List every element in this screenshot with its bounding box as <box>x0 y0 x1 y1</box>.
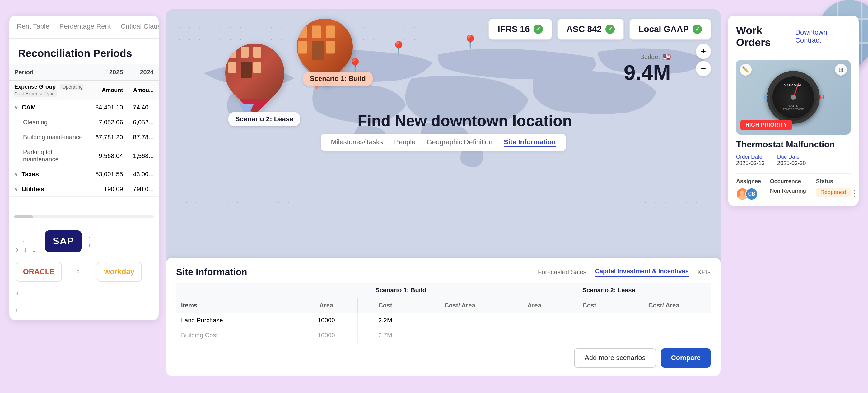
zoom-in-button[interactable]: + <box>695 43 711 59</box>
compare-button[interactable]: Compare <box>661 348 711 367</box>
dot-decoration: · ·0 · <box>89 233 101 250</box>
work-order-title: Thermostat Malfunction <box>736 140 850 150</box>
assignee-avatars: CB <box>736 188 767 200</box>
col-area-2: Area <box>507 298 562 313</box>
asc842-label: ASC 842 <box>566 24 602 34</box>
col-period: Period <box>9 64 90 80</box>
scenario1-header: Scenario 1: Build <box>295 283 507 298</box>
row-parking-label: Parking lot maintenance <box>9 145 90 167</box>
tab-milestones[interactable]: Milestones/Tasks <box>331 138 383 147</box>
budget-display: Budget 🇺🇸 9.4M <box>624 53 671 84</box>
occurrence-col: Occurrence Non Recurring <box>770 178 813 194</box>
zoom-out-button[interactable]: − <box>695 61 711 76</box>
tab-people[interactable]: People <box>394 138 416 147</box>
table-row: ∨ Utilities 190.09 790.0... <box>9 182 159 197</box>
ifrs16-label: IFRS 16 <box>498 24 530 34</box>
sub-header-amou: Amou... <box>128 80 159 100</box>
more-options-button[interactable]: ⋮ <box>850 188 859 198</box>
row-cleaning-2025: 7,052.06 <box>90 115 128 130</box>
land-purchase-cost-area2 <box>617 313 711 328</box>
scenario1-label[interactable]: Scenario 1: Build <box>303 71 373 86</box>
table-row <box>9 197 159 216</box>
budget-label: Budget <box>640 54 660 61</box>
site-info-title: Site Information <box>176 267 247 277</box>
order-date: Order Date 2025-03-13 <box>736 154 765 167</box>
scenario2-pin[interactable] <box>225 43 290 118</box>
building-cost-area2 <box>507 328 562 343</box>
row-cam-2024: 74,40... <box>128 100 159 115</box>
add-scenarios-button[interactable]: Add more scenarios <box>574 348 656 367</box>
site-info-panel: Site Information Forecasted Sales Capita… <box>166 258 720 376</box>
table-row: ∨ CAM 84,401.10 74,40... <box>9 100 159 115</box>
subtab-capital-investment[interactable]: Capital Investment & Incentives <box>595 268 689 277</box>
table-row: ∨ Taxes 53,001.55 43,00... <box>9 167 159 182</box>
work-order-card: ✏️ ⊞ NORMAL <box>728 55 859 206</box>
asc842-badge[interactable]: ASC 842 ✓ <box>557 19 624 40</box>
expand-icon[interactable]: ⊞ <box>835 64 847 75</box>
scenario2-label[interactable]: Scenario 2: Lease <box>228 112 300 126</box>
work-order-row: Assignee CB <box>736 173 850 200</box>
middle-section: · · · · · · · · · · · · · · · · · · · · … <box>166 9 720 376</box>
occurrence-value: Non Recurring <box>770 188 813 194</box>
col-2025: 2025 <box>90 64 128 80</box>
sub-header-group: Expense Group Operating Cost Expense Typ… <box>9 80 90 100</box>
budget-amount: 9.4M <box>624 61 671 84</box>
status-col: Status Reopened <box>816 178 850 197</box>
table-row: Building Cost 10000 2.7M <box>176 328 711 343</box>
subtab-forecasted-sales[interactable]: Forecasted Sales <box>538 269 586 276</box>
row-taxes-label: ∨ Taxes <box>9 167 90 182</box>
table-row: Parking lot maintenance 9,568.04 1,568..… <box>9 145 159 167</box>
row-cam-label: ∨ CAM <box>9 100 90 115</box>
work-orders-header: Work Orders Downtown Contract <box>728 15 859 55</box>
tab-percentage-rent[interactable]: Percentage Rent <box>58 15 112 38</box>
svg-point-1 <box>740 190 744 195</box>
asc842-check: ✓ <box>606 25 615 34</box>
tab-geographic[interactable]: Geographic Definition <box>427 138 493 147</box>
assignee-col: Assignee CB <box>736 178 767 200</box>
right-panel: Work Orders Downtown Contract ✏️ ⊞ <box>728 15 859 206</box>
col-2024: 2024 <box>128 64 159 80</box>
map-pin-4[interactable]: 📍 <box>462 34 479 51</box>
table-scrollbar[interactable] <box>14 216 154 218</box>
row-utilities-2024: 790.0... <box>128 182 159 197</box>
building-cost-cost-area2 <box>617 328 711 343</box>
col-cost-area-2: Cost/ Area <box>617 298 711 313</box>
tab-critical-clauses[interactable]: Critical Clauses <box>120 15 159 38</box>
land-purchase-area: 10000 <box>295 313 358 328</box>
row-utilities-label: ∨ Utilities <box>9 182 90 197</box>
left-panel: Rent Table Percentage Rent Critical Clau… <box>9 15 159 320</box>
site-info-actions: Add more scenarios Compare <box>176 348 711 367</box>
map-controls: + − <box>695 43 711 76</box>
tab-rent-table[interactable]: Rent Table <box>16 15 51 38</box>
row-parking-2024: 1,568... <box>128 145 159 167</box>
map-pin-3[interactable]: 📍 <box>390 40 407 57</box>
row-taxes-2025: 53,001.55 <box>90 167 128 182</box>
edit-icon[interactable]: ✏️ <box>740 64 752 75</box>
col-items: Items <box>176 298 295 313</box>
tab-site-information[interactable]: Site Information <box>504 138 556 147</box>
col-cost-2: Cost <box>562 298 617 313</box>
work-order-dates: Order Date 2025-03-13 Due Date 2025-03-3… <box>736 154 850 167</box>
subtab-kpis[interactable]: KPIs <box>698 269 711 276</box>
row-taxes-2024: 43,00... <box>128 167 159 182</box>
land-purchase-area2 <box>507 313 562 328</box>
status-value: Reopened <box>816 188 850 197</box>
row-cleaning-label: Cleaning <box>9 115 90 130</box>
ifrs16-badge[interactable]: IFRS 16 ✓ <box>489 19 552 40</box>
land-purchase-item: Land Purchase <box>176 313 295 328</box>
local-gaap-badge[interactable]: Local GAAP ✓ <box>629 19 711 40</box>
due-date: Due Date 2025-03-30 <box>777 154 806 167</box>
row-parking-2025: 9,568.04 <box>90 145 128 167</box>
high-priority-badge: HIGH PRIORITY <box>740 120 792 130</box>
svg-point-2 <box>738 195 746 200</box>
ifrs16-check: ✓ <box>533 25 543 34</box>
sub-header-amount: Amount <box>90 80 128 100</box>
downtown-contract-link[interactable]: Downtown Contract <box>795 28 850 44</box>
row-utilities-2025: 190.09 <box>90 182 128 197</box>
site-nav-tabs: Milestones/Tasks People Geographic Defin… <box>321 134 566 151</box>
local-gaap-check: ✓ <box>692 25 702 34</box>
col-area-1: Area <box>295 298 358 313</box>
row-cam-2025: 84,401.10 <box>90 100 128 115</box>
find-location-title: Find New downtown location <box>358 112 572 130</box>
table-row: Building maintenance 67,781.20 87,78... <box>9 130 159 145</box>
